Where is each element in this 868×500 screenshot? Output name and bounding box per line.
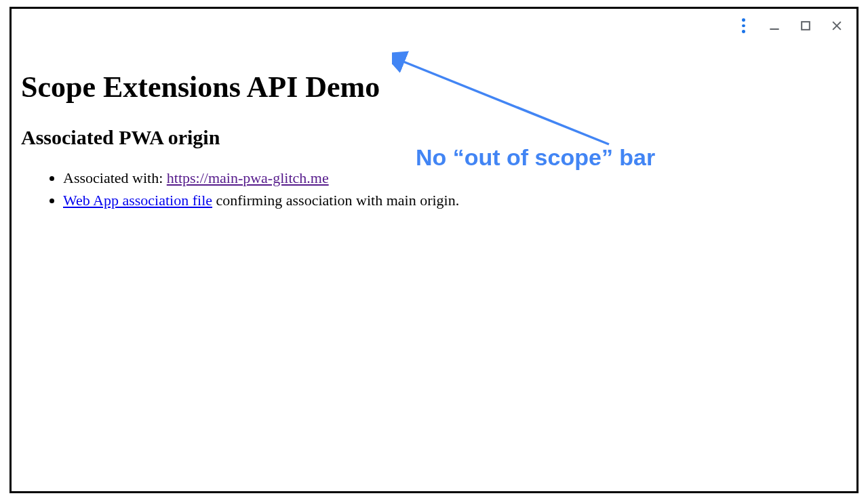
page-title: Scope Extensions API Demo xyxy=(21,70,847,104)
association-list: Associated with: https://main-pwa-glitch… xyxy=(21,168,847,211)
maximize-button[interactable] xyxy=(798,18,813,33)
associated-with-label: Associated with: xyxy=(63,169,167,186)
pwa-window: Scope Extensions API Demo Associated PWA… xyxy=(9,7,859,493)
main-pwa-origin-link[interactable]: https://main-pwa-glitch.me xyxy=(167,169,329,186)
minimize-button[interactable] xyxy=(767,18,782,33)
page-content: Scope Extensions API Demo Associated PWA… xyxy=(21,70,847,213)
web-app-association-file-link[interactable]: Web App association file xyxy=(63,192,212,209)
close-button[interactable] xyxy=(829,18,844,33)
association-suffix-text: confirming association with main origin. xyxy=(212,192,459,209)
window-titlebar xyxy=(12,9,856,43)
menu-vertical-dots-icon[interactable] xyxy=(736,18,751,33)
svg-rect-1 xyxy=(802,22,810,30)
list-item: Associated with: https://main-pwa-glitch… xyxy=(63,168,847,189)
list-item: Web App association file confirming asso… xyxy=(63,190,847,211)
annotation-label: No “out of scope” bar xyxy=(416,144,655,171)
